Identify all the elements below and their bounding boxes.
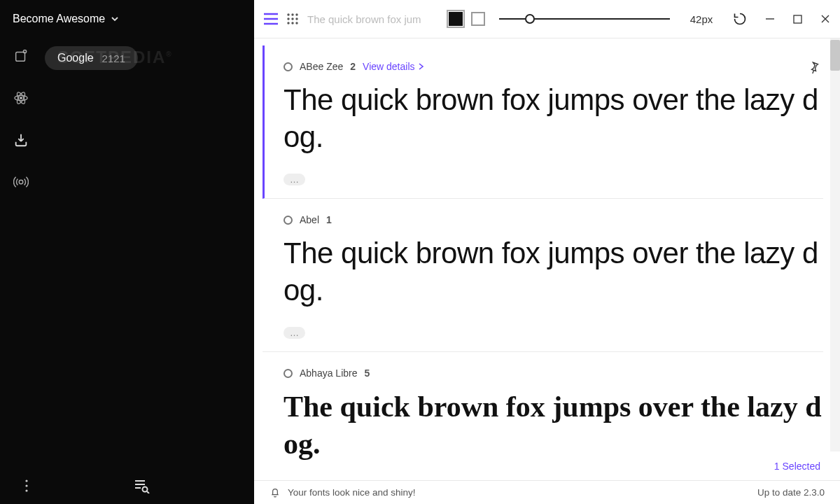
collection-title: Become Awesome [13,13,105,25]
source-name: Google [57,52,94,64]
scroll-thumb[interactable] [830,40,840,71]
search-list-icon[interactable] [41,478,241,493]
svg-point-9 [25,489,27,491]
font-list: ABee Zee 2 View details The quick brown … [254,38,840,480]
sidebar: Become Awesome SOFTPEDIA® Google 2121 [0,0,254,504]
font-name: Abel [300,214,319,225]
svg-point-6 [19,180,23,184]
font-sample: The quick brown fox jumps over the lazy … [284,82,823,155]
svg-point-5 [20,97,22,99]
font-variant-count: 1 [326,214,332,225]
collection-dropdown[interactable]: Become Awesome [0,0,254,25]
source-pill-google[interactable]: Google 2121 [45,46,138,70]
window-minimize-button[interactable] [765,14,775,24]
background-color-swatch[interactable] [471,12,485,26]
svg-rect-0 [16,52,25,62]
preview-text-input[interactable]: The quick brown fox jum [307,13,440,25]
version-label: Up to date 2.3.0 [757,487,825,498]
svg-point-11 [287,13,289,15]
download-icon[interactable] [11,130,31,150]
chevron-right-icon [418,63,424,70]
font-variant-count: 5 [365,368,370,379]
atom-icon[interactable] [11,88,31,108]
svg-point-16 [295,18,298,20]
reset-icon[interactable] [733,12,747,26]
font-name: Abhaya Libre [300,368,358,379]
svg-point-8 [25,484,27,486]
font-card[interactable]: Abel 1 The quick brown fox jumps over th… [262,199,823,352]
svg-point-17 [287,22,289,24]
svg-point-1 [23,50,26,52]
tags-button[interactable]: … [284,174,305,186]
collections-icon[interactable] [11,46,31,66]
more-menu-icon[interactable] [13,479,41,492]
status-message: Your fonts look nice and shiny! [288,487,416,498]
foreground-color-swatch[interactable] [449,12,463,26]
selection-count[interactable]: 1 Selected [774,461,820,472]
svg-point-14 [287,18,289,20]
window-close-button[interactable] [820,14,830,24]
size-slider[interactable] [499,18,670,20]
slider-thumb[interactable] [525,14,535,24]
svg-point-7 [25,479,27,482]
chevron-down-icon [111,15,119,23]
svg-point-13 [295,13,298,15]
list-view-icon[interactable] [264,13,278,25]
tags-button[interactable]: … [284,327,305,339]
svg-point-19 [295,22,298,24]
svg-point-15 [291,18,293,20]
bell-icon[interactable] [270,487,281,498]
font-card[interactable]: Abhaya Libre 5 The quick brown fox jumps… [262,352,823,480]
select-ring[interactable] [284,216,293,225]
main-panel: The quick brown fox jum 42px [254,0,840,504]
size-label: 42px [684,13,719,25]
font-sample: The quick brown fox jumps over the lazy … [284,388,823,462]
svg-rect-20 [794,15,802,23]
pin-icon[interactable] [808,61,820,76]
source-list: Google 2121 [42,25,254,468]
svg-point-12 [291,13,293,15]
svg-point-18 [291,22,293,24]
scrollbar[interactable] [830,38,840,451]
font-card[interactable]: ABee Zee 2 View details The quick brown … [262,46,823,199]
font-variant-count: 2 [350,61,356,72]
sidebar-icon-column [0,25,42,468]
svg-point-10 [142,487,147,492]
source-count: 2121 [102,52,125,64]
select-ring[interactable] [284,369,293,378]
status-bar: Your fonts look nice and shiny! Up to da… [254,480,840,504]
window-maximize-button[interactable] [793,15,802,24]
select-ring[interactable] [284,62,293,71]
grid-view-icon[interactable] [286,13,299,25]
toolbar: The quick brown fox jum 42px [254,0,840,38]
font-sample: The quick brown fox jumps over the lazy … [284,235,823,309]
view-details-link[interactable]: View details [363,61,424,72]
font-name: ABee Zee [300,61,343,72]
broadcast-icon[interactable] [11,172,31,192]
